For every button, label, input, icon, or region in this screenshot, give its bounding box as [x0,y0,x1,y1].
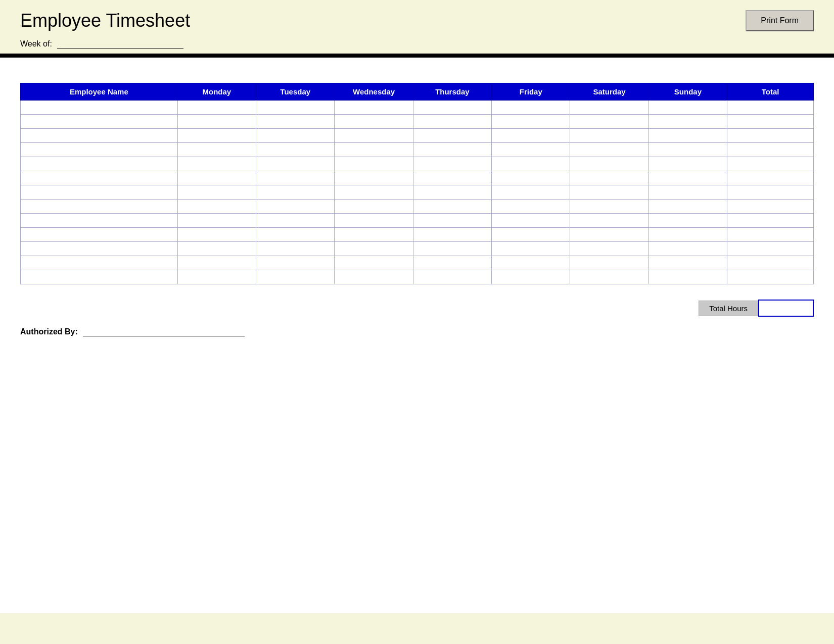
row-7-col-4-input[interactable] [415,201,489,212]
row-10-col-0-input[interactable] [23,243,175,255]
row-5-col-0-input[interactable] [23,172,175,184]
row-1-col-7-input[interactable] [651,116,725,127]
row-10-col-4-input[interactable] [415,243,489,255]
row-12-col-1-input[interactable] [180,271,254,283]
row-4-col-1-input[interactable] [180,158,254,170]
row-9-col-2-input[interactable] [258,229,332,240]
row-3-col-4-input[interactable] [415,144,489,156]
row-11-col-2-input[interactable] [258,257,332,269]
row-5-col-4-input[interactable] [415,172,489,184]
row-2-col-8-input[interactable] [729,130,811,141]
row-0-col-4-input[interactable] [415,102,489,113]
row-7-col-3-input[interactable] [337,201,410,212]
row-3-col-8-input[interactable] [729,144,811,156]
row-1-col-4-input[interactable] [415,116,489,127]
row-12-col-4-input[interactable] [415,271,489,283]
row-6-col-6-input[interactable] [572,186,646,198]
row-2-col-7-input[interactable] [651,130,725,141]
row-1-col-6-input[interactable] [572,116,646,127]
row-2-col-3-input[interactable] [337,130,410,141]
row-9-col-7-input[interactable] [651,229,725,240]
row-3-col-5-input[interactable] [494,144,568,156]
row-8-col-8-input[interactable] [729,215,811,226]
row-8-col-5-input[interactable] [494,215,568,226]
row-6-col-1-input[interactable] [180,186,254,198]
row-12-col-5-input[interactable] [494,271,568,283]
row-4-col-3-input[interactable] [337,158,410,170]
row-9-col-4-input[interactable] [415,229,489,240]
row-2-col-4-input[interactable] [415,130,489,141]
row-3-col-1-input[interactable] [180,144,254,156]
row-9-col-1-input[interactable] [180,229,254,240]
row-4-col-7-input[interactable] [651,158,725,170]
row-4-col-0-input[interactable] [23,158,175,170]
row-0-col-1-input[interactable] [180,102,254,113]
row-0-col-6-input[interactable] [572,102,646,113]
row-1-col-0-input[interactable] [23,116,175,127]
row-5-col-3-input[interactable] [337,172,410,184]
row-8-col-1-input[interactable] [180,215,254,226]
row-5-col-1-input[interactable] [180,172,254,184]
row-2-col-0-input[interactable] [23,130,175,141]
row-12-col-6-input[interactable] [572,271,646,283]
row-1-col-2-input[interactable] [258,116,332,127]
row-0-col-5-input[interactable] [494,102,568,113]
row-0-col-0-input[interactable] [23,102,175,113]
row-3-col-3-input[interactable] [337,144,410,156]
row-7-col-0-input[interactable] [23,201,175,212]
row-11-col-6-input[interactable] [572,257,646,269]
row-6-col-5-input[interactable] [494,186,568,198]
row-4-col-2-input[interactable] [258,158,332,170]
row-7-col-7-input[interactable] [651,201,725,212]
row-11-col-8-input[interactable] [729,257,811,269]
row-12-col-2-input[interactable] [258,271,332,283]
row-3-col-2-input[interactable] [258,144,332,156]
row-8-col-4-input[interactable] [415,215,489,226]
row-9-col-5-input[interactable] [494,229,568,240]
row-2-col-1-input[interactable] [180,130,254,141]
row-9-col-8-input[interactable] [729,229,811,240]
row-2-col-5-input[interactable] [494,130,568,141]
row-9-col-0-input[interactable] [23,229,175,240]
row-6-col-8-input[interactable] [729,186,811,198]
row-5-col-5-input[interactable] [494,172,568,184]
row-10-col-6-input[interactable] [572,243,646,255]
row-9-col-3-input[interactable] [337,229,410,240]
row-4-col-8-input[interactable] [729,158,811,170]
week-of-input[interactable] [57,39,183,48]
row-8-col-7-input[interactable] [651,215,725,226]
row-8-col-2-input[interactable] [258,215,332,226]
row-12-col-7-input[interactable] [651,271,725,283]
row-11-col-7-input[interactable] [651,257,725,269]
row-7-col-6-input[interactable] [572,201,646,212]
row-4-col-5-input[interactable] [494,158,568,170]
row-12-col-8-input[interactable] [729,271,811,283]
row-6-col-3-input[interactable] [337,186,410,198]
row-6-col-2-input[interactable] [258,186,332,198]
row-4-col-6-input[interactable] [572,158,646,170]
row-9-col-6-input[interactable] [572,229,646,240]
row-11-col-1-input[interactable] [180,257,254,269]
row-10-col-7-input[interactable] [651,243,725,255]
row-5-col-7-input[interactable] [651,172,725,184]
row-0-col-2-input[interactable] [258,102,332,113]
row-3-col-7-input[interactable] [651,144,725,156]
row-10-col-3-input[interactable] [337,243,410,255]
row-10-col-5-input[interactable] [494,243,568,255]
row-12-col-0-input[interactable] [23,271,175,283]
row-0-col-8-input[interactable] [729,102,811,113]
row-7-col-2-input[interactable] [258,201,332,212]
row-5-col-6-input[interactable] [572,172,646,184]
row-3-col-6-input[interactable] [572,144,646,156]
authorized-by-input[interactable] [83,327,245,336]
row-8-col-0-input[interactable] [23,215,175,226]
row-0-col-7-input[interactable] [651,102,725,113]
row-5-col-2-input[interactable] [258,172,332,184]
row-11-col-5-input[interactable] [494,257,568,269]
row-7-col-8-input[interactable] [729,201,811,212]
row-1-col-3-input[interactable] [337,116,410,127]
row-2-col-6-input[interactable] [572,130,646,141]
row-10-col-1-input[interactable] [180,243,254,255]
row-5-col-8-input[interactable] [729,172,811,184]
row-6-col-0-input[interactable] [23,186,175,198]
